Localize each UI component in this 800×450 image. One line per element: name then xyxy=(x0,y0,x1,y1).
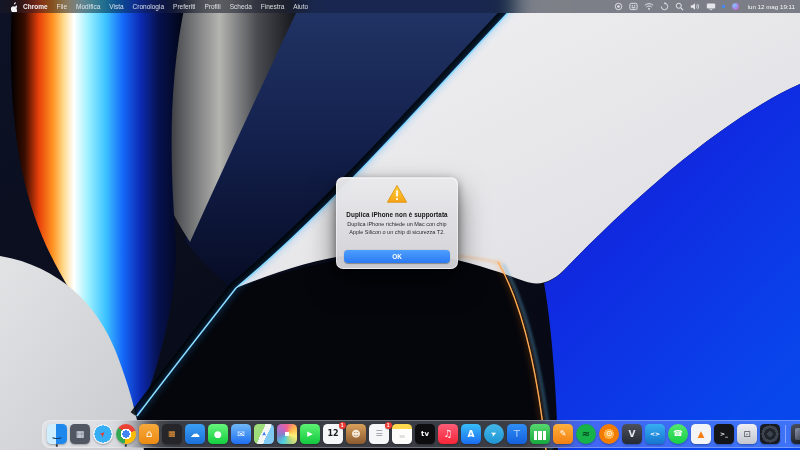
menu-scheda[interactable]: Scheda xyxy=(230,3,252,10)
spotify-glyph: ≈ xyxy=(582,429,590,439)
dock-terminal-icon[interactable]: >_ xyxy=(714,424,734,444)
dock-rings-app-icon[interactable] xyxy=(760,424,780,444)
apple-menu[interactable] xyxy=(9,2,17,12)
warning-icon xyxy=(386,184,408,204)
facetime-glyph: ▶ xyxy=(307,431,312,438)
pages-glyph: ✎ xyxy=(560,430,567,438)
reminders-badge: 1 xyxy=(385,422,392,429)
dock-launchpad-icon[interactable]: ▦ xyxy=(70,424,90,444)
menu-cronologia[interactable]: Cronologia xyxy=(133,3,164,10)
calendar-glyph: 12 xyxy=(327,430,338,438)
dock-divider xyxy=(785,425,786,443)
dock-apple-tv-icon[interactable]: tv xyxy=(415,424,435,444)
keynote-glyph: ⊤ xyxy=(513,430,521,439)
keyhole-app-glyph: ⊙ xyxy=(606,430,613,438)
dock-v-app-icon[interactable]: V xyxy=(622,424,642,444)
dock-home-icon[interactable]: ⌂ xyxy=(139,424,159,444)
app-store-glyph: A xyxy=(468,430,475,439)
terminal-glyph: >_ xyxy=(720,431,728,437)
dock-safari-icon[interactable]: ➤ xyxy=(93,424,113,444)
dock-keyhole-app-icon[interactable]: ⊙ xyxy=(599,424,619,444)
dock-facetime-icon[interactable]: ▶ xyxy=(300,424,320,444)
ok-button[interactable]: OK xyxy=(344,250,450,263)
whatsapp-glyph: ☎ xyxy=(673,430,683,438)
chrome-running-dot xyxy=(125,444,127,446)
dock-window-thumbnail-icon[interactable] xyxy=(791,424,800,444)
v-app-glyph: V xyxy=(629,430,636,439)
weather-glyph: ☁ xyxy=(190,429,200,439)
launchpad-glyph: ▦ xyxy=(76,430,85,439)
dialog-body: Duplica iPhone richiede un Mac con chip … xyxy=(343,221,451,237)
status-icons: lun 12 mag 19:11 xyxy=(614,0,795,13)
dock-weather-icon[interactable]: ☁ xyxy=(185,424,205,444)
dock-photos-icon[interactable] xyxy=(277,424,297,444)
menu-profili[interactable]: Profili xyxy=(204,3,220,10)
vscode-glyph: <> xyxy=(650,431,660,437)
dock-finder-icon[interactable]: ‿ xyxy=(47,424,67,444)
dock-reminders-icon[interactable]: ☰1 xyxy=(369,424,389,444)
dock-spotify-icon[interactable]: ≈ xyxy=(576,424,596,444)
dock-maps-icon[interactable]: ➤ xyxy=(254,424,274,444)
dock-pages-icon[interactable]: ✎ xyxy=(553,424,573,444)
hotkey-grid-icon[interactable] xyxy=(629,2,638,11)
mail-glyph: ✉ xyxy=(237,430,245,439)
dock-screenshot-icon[interactable]: ⊡ xyxy=(737,424,757,444)
dock-vlc-icon[interactable]: ▲ xyxy=(691,424,711,444)
calendar-badge: 1 xyxy=(339,422,346,429)
screenshot-glyph: ⊡ xyxy=(743,430,751,439)
menu-clock[interactable]: lun 12 mag 19:11 xyxy=(748,3,795,10)
menu-finestra[interactable]: Finestra xyxy=(261,3,284,10)
app-menus: ChromeFileModificaVistaCronologiaPreferi… xyxy=(23,3,308,10)
contacts-glyph: ☻ xyxy=(351,430,360,439)
notes-glyph: ≡ xyxy=(399,433,406,441)
menu-vista[interactable]: Vista xyxy=(109,3,123,10)
dock-whatsapp-icon[interactable]: ☎ xyxy=(668,424,688,444)
dock-contacts-icon[interactable]: ☻ xyxy=(346,424,366,444)
dock-mail-icon[interactable]: ✉ xyxy=(231,424,251,444)
dock-numbers-icon[interactable] xyxy=(530,424,550,444)
sync-icon[interactable] xyxy=(660,2,669,11)
home-glyph: ⌂ xyxy=(146,429,152,439)
messages-glyph: ● xyxy=(214,430,222,439)
notification-dot xyxy=(722,5,725,8)
dock-app-store-icon[interactable]: A xyxy=(461,424,481,444)
finder-glyph: ‿ xyxy=(53,429,61,439)
menu-chrome[interactable]: Chrome xyxy=(23,3,48,10)
dock-calendar-icon[interactable]: 121 xyxy=(323,424,343,444)
menu-file[interactable]: File xyxy=(57,3,67,10)
wifi-icon[interactable] xyxy=(644,2,654,11)
reminders-glyph: ☰ xyxy=(375,430,382,438)
dock: ‿▦➤⌂▦☁●✉➤▶121☻☰1≡tv♫A➤⊤✎≈⊙V<>☎▲>_⊡≡ xyxy=(42,420,800,448)
dock-keynote-icon[interactable]: ⊤ xyxy=(507,424,527,444)
vlc-glyph: ▲ xyxy=(698,430,705,439)
record-dot-icon[interactable] xyxy=(614,2,623,11)
dock-calculator-icon[interactable]: ▦ xyxy=(162,424,182,444)
dock-chrome-icon[interactable] xyxy=(116,424,136,444)
dialog-title: Duplica iPhone non è supportata xyxy=(337,211,457,218)
alert-dialog: Duplica iPhone non è supportata Duplica … xyxy=(336,177,458,269)
menu-bar: ChromeFileModificaVistaCronologiaPreferi… xyxy=(0,0,800,13)
menu-modifica[interactable]: Modifica xyxy=(76,3,100,10)
siri-icon[interactable] xyxy=(731,2,740,11)
menu-aiuto[interactable]: Aiuto xyxy=(293,3,308,10)
apple-tv-glyph: tv xyxy=(421,431,429,438)
dock-vscode-icon[interactable]: <> xyxy=(645,424,665,444)
menu-preferiti[interactable]: Preferiti xyxy=(173,3,195,10)
dock-messages-icon[interactable]: ● xyxy=(208,424,228,444)
display-mirroring-icon[interactable] xyxy=(706,2,716,11)
desktop: ChromeFileModificaVistaCronologiaPreferi… xyxy=(0,0,800,450)
dock-music-icon[interactable]: ♫ xyxy=(438,424,458,444)
dock-notes-icon[interactable]: ≡ xyxy=(392,424,412,444)
dock-telegram-icon[interactable]: ➤ xyxy=(484,424,504,444)
spotlight-search-icon[interactable] xyxy=(675,2,684,11)
telegram-glyph: ➤ xyxy=(490,430,498,439)
safari-glyph: ➤ xyxy=(98,429,107,438)
calculator-glyph: ▦ xyxy=(168,430,176,438)
finder-running-dot xyxy=(56,444,58,446)
maps-glyph: ➤ xyxy=(261,431,267,436)
music-glyph: ♫ xyxy=(444,429,453,439)
volume-icon[interactable] xyxy=(690,2,700,11)
